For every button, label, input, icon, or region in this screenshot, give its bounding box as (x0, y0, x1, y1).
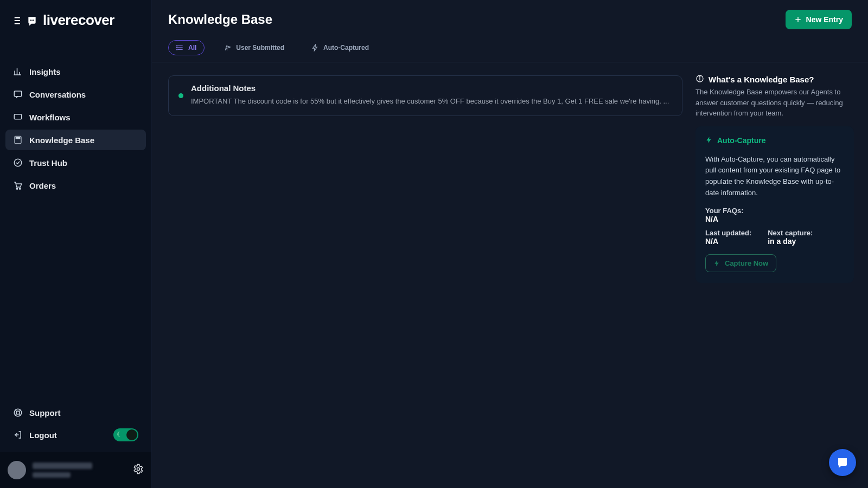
svg-line-22 (19, 414, 21, 415)
shield-check-icon (13, 158, 23, 168)
nav-knowledge-base[interactable]: Knowledge Base (5, 130, 146, 150)
meta-value: N/A (705, 215, 844, 223)
tab-label: User Submitted (236, 44, 284, 52)
panel-what: What's a Knowledge Base? The Knowledge B… (695, 74, 854, 119)
sidebar-bottom: Support Logout ☾ (0, 402, 151, 488)
auto-capture-header: Auto-Capture (705, 136, 844, 145)
meta-next-capture: Next capture: in a day (768, 229, 813, 246)
svg-line-21 (15, 414, 17, 415)
entry-card[interactable]: Additional Notes IMPORTANT The discount … (168, 75, 682, 116)
status-toggle[interactable]: ☾ (113, 428, 138, 441)
svg-point-5 (33, 20, 34, 21)
tab-auto-captured[interactable]: Auto-Captured (304, 40, 376, 55)
svg-point-3 (30, 20, 31, 21)
auto-capture-title: Auto-Capture (717, 136, 765, 145)
meta-label: Next capture: (768, 229, 813, 237)
status-dot-icon (178, 93, 183, 98)
bolt-icon (705, 136, 713, 145)
logout-icon (13, 430, 23, 440)
gear-icon[interactable] (133, 464, 144, 477)
svg-point-18 (16, 411, 20, 414)
moon-icon: ☾ (117, 431, 123, 438)
svg-point-16 (20, 188, 21, 189)
logout-row: Logout ☾ (5, 423, 146, 447)
nav-label: Support (29, 408, 61, 418)
chat-icon (13, 89, 23, 99)
help-chat-button[interactable] (829, 449, 856, 476)
new-entry-label: New Entry (806, 15, 843, 24)
nav-orders[interactable]: Orders (5, 175, 146, 196)
nav-label: Knowledge Base (29, 136, 94, 145)
entry-body: IMPORTANT The discount code is for 55% b… (191, 96, 672, 107)
nav-label: Trust Hub (29, 158, 67, 168)
meta-label: Your FAQs: (705, 207, 844, 215)
svg-point-31 (177, 47, 177, 48)
tab-all[interactable]: All (168, 40, 205, 55)
nav-label: Conversations (29, 90, 86, 99)
meta-updated: Last updated: N/A (705, 229, 751, 246)
svg-rect-10 (14, 91, 22, 97)
page-header: Knowledge Base New Entry (152, 0, 868, 33)
tabs: All User Submitted Auto-Captured (152, 33, 868, 62)
new-entry-button[interactable]: New Entry (786, 10, 852, 29)
tab-label: Auto-Captured (323, 44, 369, 52)
entry-title: Additional Notes (191, 84, 672, 93)
svg-line-19 (15, 410, 17, 412)
nav-logout[interactable]: Logout (13, 430, 57, 440)
meta-faqs: Your FAQs: N/A (705, 207, 844, 223)
nav-support[interactable]: Support (5, 402, 146, 423)
brand-logo: liverecover (43, 12, 114, 29)
nav-label: Insights (29, 67, 61, 76)
menu-icon[interactable] (13, 15, 37, 27)
avatar[interactable] (8, 461, 26, 479)
nav-insights[interactable]: Insights (5, 61, 146, 82)
tab-user-submitted[interactable]: User Submitted (216, 40, 292, 55)
user-name-blurred (33, 463, 92, 478)
panel-what-desc: The Knowledge Base empowers our Agents t… (695, 87, 854, 119)
content: Additional Notes IMPORTANT The discount … (152, 62, 868, 488)
sidebar: liverecover Insights Conversations Workf… (0, 0, 152, 488)
info-panel: What's a Knowledge Base? The Knowledge B… (689, 62, 868, 488)
sidebar-header: liverecover (0, 0, 151, 40)
svg-point-14 (14, 159, 22, 166)
svg-point-15 (16, 188, 17, 189)
auto-capture-desc: With Auto-Capture, you can automatically… (705, 154, 844, 199)
auto-capture-card: Auto-Capture With Auto-Capture, you can … (695, 126, 854, 283)
svg-rect-11 (14, 114, 22, 119)
meta-value: in a day (768, 237, 813, 246)
entries-list: Additional Notes IMPORTANT The discount … (152, 62, 689, 488)
flag-icon (13, 112, 23, 122)
user-footer (0, 452, 151, 488)
svg-line-20 (19, 410, 21, 412)
primary-nav: Insights Conversations Workflows Knowled… (0, 40, 151, 201)
meta-value: N/A (705, 237, 751, 246)
nav-label: Orders (29, 181, 56, 190)
chart-icon (13, 67, 23, 76)
svg-rect-13 (16, 138, 20, 139)
cart-icon (13, 181, 23, 190)
svg-point-30 (177, 46, 177, 46)
page-title: Knowledge Base (168, 12, 272, 27)
nav-trust-hub[interactable]: Trust Hub (5, 152, 146, 173)
svg-point-4 (31, 20, 33, 21)
panel-what-title: What's a Knowledge Base? (709, 75, 814, 84)
book-icon (13, 135, 23, 145)
svg-point-32 (177, 49, 177, 50)
svg-point-24 (137, 468, 140, 471)
nav-conversations[interactable]: Conversations (5, 84, 146, 105)
lifebuoy-icon (13, 408, 23, 418)
svg-point-35 (699, 76, 700, 77)
meta-label: Last updated: (705, 229, 751, 237)
nav-label: Logout (29, 431, 57, 440)
tab-label: All (188, 44, 196, 52)
toggle-knob (126, 429, 137, 440)
capture-now-button[interactable]: Capture Now (705, 254, 776, 272)
nav-workflows[interactable]: Workflows (5, 107, 146, 127)
capture-now-label: Capture Now (725, 259, 768, 267)
main: Knowledge Base New Entry All User Submit… (152, 0, 868, 488)
nav-label: Workflows (29, 113, 71, 122)
info-icon (695, 74, 704, 85)
